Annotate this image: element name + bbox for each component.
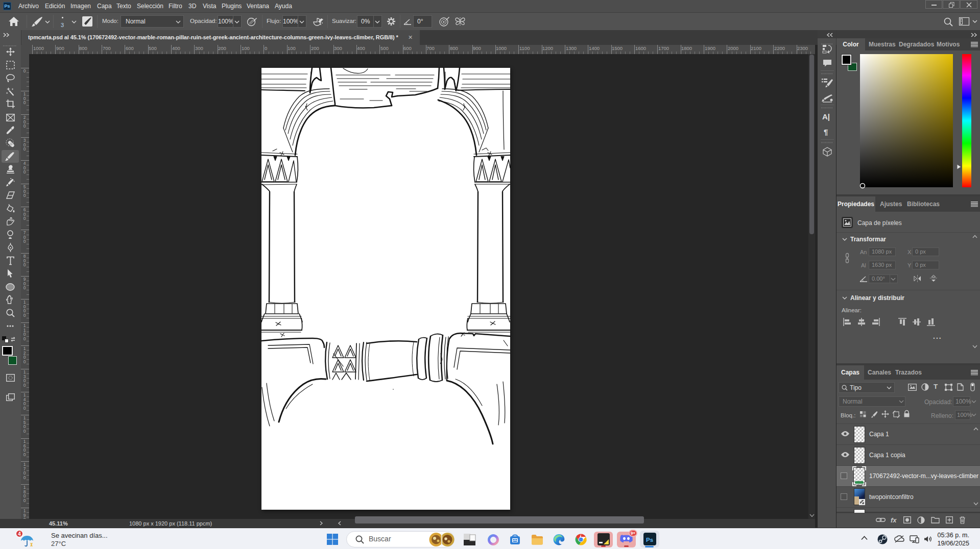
svg-text:Ps: Ps [646,537,653,543]
